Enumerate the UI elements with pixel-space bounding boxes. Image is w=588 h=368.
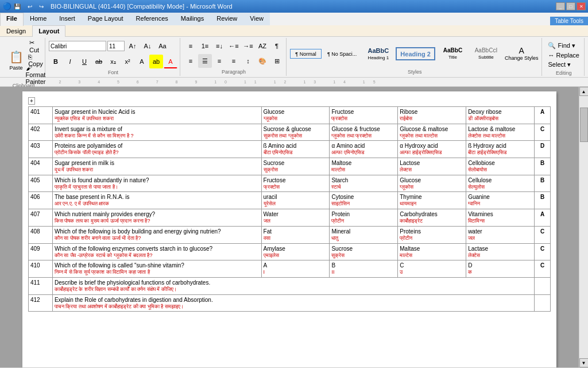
italic-button[interactable]: I <box>63 55 77 68</box>
ribbon: File Home Insert Page Layout References … <box>0 13 588 78</box>
select-button[interactable]: Select ▾ <box>546 60 573 69</box>
strikethrough-button[interactable]: ab <box>92 55 106 68</box>
option-d: Vitaminesविटामिन्स <box>466 209 535 227</box>
row-number: 406 <box>29 192 53 209</box>
maximize-button[interactable]: □ <box>566 2 575 10</box>
replace-button[interactable]: ↔ Replace <box>546 51 581 59</box>
align-left-button[interactable]: ≡ <box>184 54 198 68</box>
shrink-font-button[interactable]: A↓ <box>141 39 154 53</box>
answer <box>534 277 550 294</box>
clear-format-button[interactable]: Aa <box>156 39 169 53</box>
option-c: Lactoseलेक्टस <box>398 158 466 175</box>
styles-content[interactable]: ¶ Normal ¶ No Spaci... AaBbC Heading 1 H… <box>290 39 539 68</box>
bold-button[interactable]: B <box>49 55 63 68</box>
table-tools-label: Table Tools <box>555 18 583 24</box>
justify-button[interactable]: ≡ <box>227 54 241 68</box>
row-number: 410 <box>29 260 53 278</box>
ribbon-tabs[interactable]: File Home Insert Page Layout References … <box>0 13 270 25</box>
font-size-input[interactable] <box>107 41 125 51</box>
document-page: + 401 Sugar present in Nucleic Acid is न… <box>22 91 556 367</box>
vertical-scrollbar[interactable]: ▲ ▼ <box>579 87 588 367</box>
tab-review[interactable]: Review <box>210 13 243 25</box>
style-subtitle[interactable]: AaBbCcI Subtitle <box>470 45 502 62</box>
tab-design[interactable]: Design <box>0 25 32 36</box>
editing-label: Editing <box>546 69 581 76</box>
table-row: 405 Which is found abundantly in nature?… <box>29 175 551 192</box>
clipboard-content: 📋 Paste ✂ Cut ⎘ Copy 🖌 Format Painter <box>5 39 42 82</box>
option-b: Glucose & fructoseग्लूकोस तथा फ्रक्टोस <box>330 124 398 141</box>
text-effects-button[interactable]: A <box>135 55 149 68</box>
grow-font-button[interactable]: A↑ <box>126 39 140 53</box>
highlight-button[interactable]: ab <box>149 55 163 68</box>
answer: B <box>534 192 550 209</box>
superscript-button[interactable]: x² <box>121 55 134 68</box>
font-group: A↑ A↓ Aa B I U ab x₂ x² A ab A Font <box>47 38 180 76</box>
option-a: Glucoseग्लूकोस <box>261 107 330 124</box>
scrollbar-thumb[interactable] <box>580 108 588 142</box>
row-number: 405 <box>29 175 53 192</box>
clipboard-group: 📋 Paste ✂ Cut ⎘ Copy 🖌 Format Painter Cl… <box>2 38 45 76</box>
numbering-button[interactable]: 1≡ <box>198 39 212 53</box>
option-d: Lactose & maltoseलेक्टोस तथा माल्टोस <box>466 124 535 141</box>
tab-view[interactable]: View <box>243 13 270 25</box>
add-table-btn[interactable]: + <box>28 97 551 104</box>
paste-button[interactable]: 📋 Paste <box>5 44 28 77</box>
quick-access-undo[interactable]: ↩ <box>28 3 32 10</box>
option-a: Sucroseसुक्रोस <box>261 158 330 175</box>
option-c: Glucose & maltoseग्लूकोस तथा माल्टोस <box>398 124 466 141</box>
tab-insert[interactable]: Insert <box>53 13 82 25</box>
quick-access-save[interactable]: 💾 <box>14 3 21 10</box>
question-text: Invert sugar is a mixture of उर्वरी शकरा… <box>52 124 261 141</box>
decrease-indent-button[interactable]: ←≡ <box>227 39 241 53</box>
style-title[interactable]: AaBbC Title <box>437 45 469 62</box>
option-c: Maltaseमाल्टेस <box>398 243 466 260</box>
tab-mailings[interactable]: Mailings <box>175 13 210 25</box>
bullets-button[interactable]: ≡ <box>184 39 198 53</box>
shading-button[interactable]: 🎨 <box>256 54 269 68</box>
question-text: Sugar present in Nucleic Acid is न्यूक्ल… <box>52 107 261 124</box>
style-heading2[interactable]: Heading 2 <box>396 47 435 60</box>
quick-access-redo[interactable]: ↪ <box>39 3 44 10</box>
style-no-spacing[interactable]: ¶ No Spaci... <box>323 49 361 59</box>
cut-button[interactable]: ✂ Cut <box>29 39 42 53</box>
formatting-row: B I U ab x₂ x² A ab A <box>49 55 177 68</box>
increase-indent-button[interactable]: →≡ <box>241 39 255 53</box>
scrollbar-track[interactable] <box>579 96 588 358</box>
tab-references[interactable]: References <box>130 13 175 25</box>
answer: B <box>534 175 550 192</box>
tab-page-layout[interactable]: Page Layout <box>82 13 130 25</box>
tab-file[interactable]: File <box>0 13 24 26</box>
style-heading1[interactable]: AaBbC Heading 1 <box>362 45 394 62</box>
minimize-button[interactable]: _ <box>556 2 565 10</box>
paragraph-group: ≡ 1≡ ≡↓ ←≡ →≡ AZ ¶ ≡ ☰ ≡ ≡ ↕ 🎨 ⊞ <box>181 38 287 76</box>
tab-layout[interactable]: Layout <box>32 25 65 37</box>
find-button[interactable]: 🔍 Find ▾ <box>546 41 578 50</box>
table-row: 409 Which of the following enzymes conve… <box>29 243 551 260</box>
row-number: 402 <box>29 124 53 141</box>
close-button[interactable]: ✕ <box>577 2 586 10</box>
align-center-button[interactable]: ☰ <box>198 54 212 68</box>
option-b: Starchस्टार्च <box>330 175 398 192</box>
show-marks-button[interactable]: ¶ <box>270 39 284 53</box>
change-styles-button[interactable]: A Change Styles <box>504 45 540 62</box>
line-spacing-button[interactable]: ↕ <box>241 54 255 68</box>
font-content: A↑ A↓ Aa B I U ab x₂ x² A ab A <box>49 39 177 68</box>
table-row: 402 Invert sugar is a mixture of उर्वरी … <box>29 124 551 141</box>
answer: D <box>534 141 550 158</box>
font-label: Font <box>49 68 177 75</box>
borders-button[interactable]: ⊞ <box>270 54 284 68</box>
scroll-down-button[interactable]: ▼ <box>579 358 589 367</box>
align-right-button[interactable]: ≡ <box>212 54 226 68</box>
tab-home[interactable]: Home <box>24 13 53 25</box>
subscript-button[interactable]: x₂ <box>106 55 120 68</box>
scroll-up-button[interactable]: ▲ <box>579 87 589 96</box>
answer: C <box>534 243 550 260</box>
font-name-input[interactable] <box>49 41 106 51</box>
sort-button[interactable]: AZ <box>256 39 269 53</box>
document-scroll[interactable]: + 401 Sugar present in Nucleic Acid is न… <box>0 87 579 367</box>
font-color-button[interactable]: A <box>164 55 177 68</box>
underline-button[interactable]: U <box>78 55 91 68</box>
window-controls[interactable]: _ □ ✕ <box>556 2 586 10</box>
multilevel-button[interactable]: ≡↓ <box>212 39 226 53</box>
style-normal[interactable]: ¶ Normal <box>290 49 322 59</box>
